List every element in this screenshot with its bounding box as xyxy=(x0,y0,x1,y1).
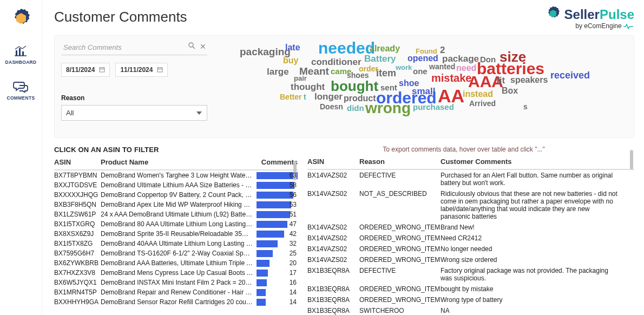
wordcloud-word[interactable]: item xyxy=(376,68,396,78)
wordcloud-word[interactable]: Arrived xyxy=(469,100,496,107)
comment-row[interactable]: BX14VAZS02ORDERED_WRONG_ITEMNo longer ne… xyxy=(307,244,634,254)
bar xyxy=(257,201,291,208)
asin-row[interactable]: BX7T8PYBMNDemoBrand Women's Targhee 3 Lo… xyxy=(54,170,298,180)
bar xyxy=(257,192,293,199)
asin-row[interactable]: BXXJTGDSVEDemoBrand Ultimate Lithium AAA… xyxy=(54,180,298,190)
wordcloud-word[interactable]: t xyxy=(304,93,306,101)
comment-row[interactable]: BX14VAZS02ORDERED_WRONG_ITEMWrong size o… xyxy=(307,254,634,265)
wordcloud-word[interactable]: purchased xyxy=(413,103,454,111)
svg-rect-1 xyxy=(16,50,17,56)
comment-count: 53 xyxy=(290,201,298,208)
svg-rect-11 xyxy=(157,68,162,72)
search-input[interactable] xyxy=(61,40,207,55)
wordcloud-word[interactable]: need xyxy=(456,64,476,73)
comment-asin: BX14VAZS02 xyxy=(307,224,359,231)
wordcloud-word[interactable]: pair xyxy=(294,75,307,82)
wordcloud-word[interactable]: s xyxy=(523,103,528,110)
wordcloud-word[interactable]: wrong xyxy=(365,101,411,116)
comment-row[interactable]: BX1B3EQR8AORDERED_WRONG_ITEMbought by mi… xyxy=(307,284,634,294)
wordcloud-word[interactable]: received xyxy=(550,70,590,80)
product-name: DemoBrand Mens Cypress Lace Up Casual Bo… xyxy=(101,269,257,277)
wordcloud-word[interactable]: didn xyxy=(347,104,364,112)
wordcloud-word[interactable]: Doesn xyxy=(320,103,343,110)
comment-asin: BX14VAZS02 xyxy=(307,256,359,264)
comment-row[interactable]: BX14VAZS02ORDERED_WRONG_ITEMBrand New! xyxy=(307,222,634,233)
asin-row[interactable]: BX7595G6H7DemoBrand TS-G1620F 6-1/2" 2-W… xyxy=(54,248,298,258)
comment-row[interactable]: BX1B3EQR8ASWITCHEROONA xyxy=(307,305,634,315)
comment-text: Wrong size ordered xyxy=(441,256,634,264)
wordcloud-word[interactable]: already xyxy=(370,44,400,53)
wordcloud-word[interactable]: Battery xyxy=(364,54,396,63)
comment-count-cell: 20 xyxy=(257,259,298,267)
asin-row[interactable]: BX8XSX6Z9JDemoBrand Sprite 35-II Reusabl… xyxy=(54,229,298,239)
asin-row[interactable]: BX6ZYWKBRBDemoBrand AAA Batteries, Ultim… xyxy=(54,258,298,268)
comment-text: bought by mistake xyxy=(441,285,634,293)
calendar-icon xyxy=(99,67,105,74)
svg-rect-3 xyxy=(22,51,24,56)
comment-row[interactable]: BX14VAZS02NOT_AS_DESCRIBEDRidiculously o… xyxy=(307,188,634,222)
wordcloud-word[interactable]: Box xyxy=(502,87,518,95)
comment-reason: ORDERED_WRONG_ITEM xyxy=(359,234,441,242)
wordcloud-word[interactable]: late xyxy=(285,43,300,52)
comment-count: 17 xyxy=(290,269,298,277)
comment-asin: BX14VAZS02 xyxy=(307,172,359,179)
comment-asin: BX1B3EQR8A xyxy=(307,296,359,304)
wordcloud-word[interactable]: longer xyxy=(314,92,343,101)
comment-row[interactable]: BX14VAZS02DEFECTIVEPurchased for an Aler… xyxy=(307,170,634,188)
comment-count-cell: 53 xyxy=(257,201,298,209)
asin-code: BX1LZSW61P xyxy=(54,211,101,218)
asin-row[interactable]: BX1I5TXGRQDemoBrand 80 AAA Ultimate Lith… xyxy=(54,219,298,229)
wordcloud-word[interactable]: buy xyxy=(283,56,298,65)
wordcloud-word[interactable]: speakers xyxy=(510,76,548,84)
bar xyxy=(257,289,266,296)
asin-row[interactable]: BX1LZSW61P24 x AAA DemoBrand Ultimate Li… xyxy=(54,209,298,219)
wordcloud-word[interactable]: work xyxy=(396,64,412,71)
product-name: DemoBrand TS-G1620F 6-1/2" 2-Way Coaxial… xyxy=(101,250,257,257)
nav-comments[interactable]: COMMENTS xyxy=(7,80,35,101)
wordcloud-word[interactable]: mistake xyxy=(431,73,472,83)
comment-row[interactable]: BX14VAZS02ORDERED_WRONG_ITEMNeed CR2412 xyxy=(307,233,634,244)
comment-reason: ORDERED_WRONG_ITEM xyxy=(359,224,441,231)
asin-row[interactable]: BX1I5TX8ZGDemoBrand 40AAA Ultimate Lithi… xyxy=(54,239,298,248)
reason-select[interactable]: All xyxy=(61,105,207,121)
wordcloud-word[interactable]: opened xyxy=(408,54,438,63)
comment-row[interactable]: BX1B3EQR8ADEFECTIVEFactory original pack… xyxy=(307,265,634,284)
comment-count-cell: 51 xyxy=(257,211,298,219)
product-name: DemoBrand AAA Batteries, Ultimate Lithiu… xyxy=(101,259,257,267)
wordcloud-word[interactable]: order xyxy=(359,65,378,73)
product-name: DemoBrand Repair and Renew Conditioner -… xyxy=(101,288,257,296)
search-icon[interactable] xyxy=(188,42,195,51)
asin-code: BXXHHYH9GA xyxy=(54,298,101,306)
date-end-input[interactable]: 11/11/2024 xyxy=(115,63,168,77)
asin-row[interactable]: BX6W5JYQX1DemoBrand INSTAX Mini Instant … xyxy=(54,278,298,287)
wordcloud-word[interactable]: Better xyxy=(280,93,301,101)
asin-row[interactable]: BX7HXZX3V8DemoBrand Mens Cypress Lace Up… xyxy=(54,268,298,278)
brand-block: SellerPulse by eComEngine xyxy=(545,5,634,30)
nav-dashboard[interactable]: DASHBOARD xyxy=(5,44,37,65)
comment-row[interactable]: BX1B3EQR8AORDERED_WRONG_ITEMWrong type o… xyxy=(307,294,634,305)
scrollbar-thumb[interactable] xyxy=(630,150,633,169)
wordcloud-word[interactable]: thought xyxy=(291,82,325,91)
clear-icon[interactable]: ✕ xyxy=(200,42,206,51)
comment-count: 25 xyxy=(290,250,298,257)
wordcloud-word[interactable]: wanted xyxy=(429,63,455,70)
comment-count-cell: 56 xyxy=(257,191,298,199)
asin-row[interactable]: BXXXXXJHQGDemoBrand Coppertop 9V Battery… xyxy=(54,190,298,200)
asin-row[interactable]: BXXHHYH9GADemoBrand Sensor Razor Refill … xyxy=(54,297,298,307)
wordcloud-word[interactable]: fit xyxy=(496,76,505,85)
comment-count: 47 xyxy=(290,220,298,228)
asin-code: BX6W5JYQX1 xyxy=(54,279,101,286)
comment-text: Brand New! xyxy=(441,224,634,231)
date-start-input[interactable]: 8/11/2024 xyxy=(61,63,110,77)
asin-row[interactable]: BXB3F8H5QNDemoBrand Apex Lite Mid WP Wat… xyxy=(54,200,298,209)
comment-reason: SWITCHEROO xyxy=(359,307,441,314)
comment-count-cell: 47 xyxy=(257,220,298,228)
date-start-value: 8/11/2024 xyxy=(66,66,95,74)
app-logo-icon xyxy=(10,8,32,29)
product-name: 24 x AAA DemoBrand Ultimate Lithium (L92… xyxy=(101,211,257,218)
asin-row[interactable]: BX1MRN4T5PDemoBrand Repair and Renew Con… xyxy=(54,287,298,297)
wordcloud-word[interactable]: one xyxy=(413,67,428,75)
wordcloud-word[interactable]: large xyxy=(267,67,289,76)
product-name: DemoBrand 80 AAA Ultimate Lithium Long L… xyxy=(101,220,257,228)
wordcloud-word[interactable]: instead xyxy=(463,90,493,99)
